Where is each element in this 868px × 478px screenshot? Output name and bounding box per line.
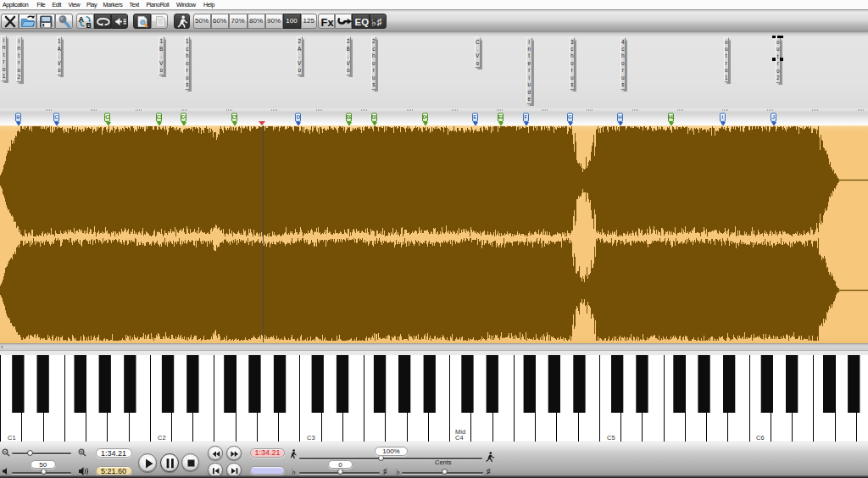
svg-text:C1: C1 (8, 434, 16, 442)
svg-text:♯: ♯ (376, 16, 381, 28)
svg-text:C3: C3 (307, 434, 315, 442)
svg-text:B: B (86, 21, 92, 30)
svg-text:♭: ♭ (371, 17, 376, 29)
svg-text:C5: C5 (607, 434, 615, 442)
svg-text:C6: C6 (756, 434, 765, 442)
svg-text:EQ: EQ (355, 17, 370, 27)
svg-text:C2: C2 (158, 434, 166, 442)
svg-text:C4: C4 (455, 434, 464, 442)
svg-text:Fx: Fx (320, 16, 334, 29)
